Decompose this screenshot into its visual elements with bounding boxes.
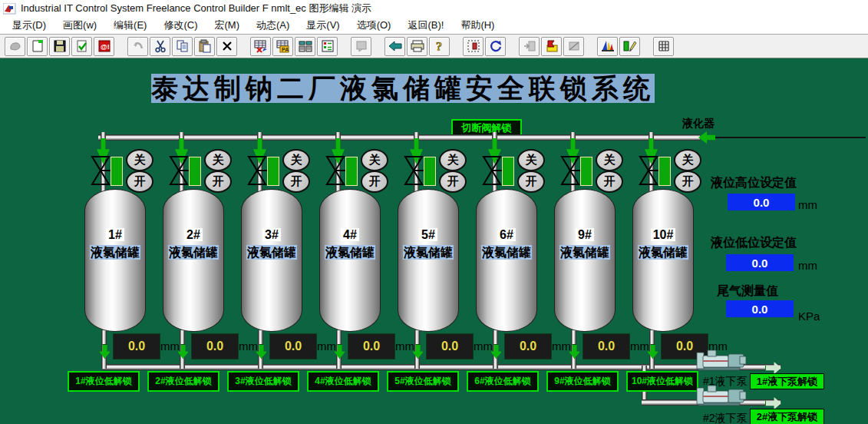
pump2-unlock-button[interactable]: 2#液下泵解锁 (750, 409, 824, 424)
level-unlock-row: 1#液位低解锁 2#液位低解锁 3#液位低解锁 4#液位低解锁 5#液位低解锁 … (68, 371, 698, 392)
tank-name-label: 液氯储罐 (477, 245, 536, 261)
level-high-setpoint-unit: mm (798, 198, 817, 211)
level-low-setpoint-unit: mm (798, 259, 817, 272)
menu-options[interactable]: 选项(O) (349, 17, 401, 34)
tank-name-label: 液氯储罐 (242, 245, 302, 261)
valve-state-indicator (580, 157, 592, 186)
rotate-icon[interactable] (485, 37, 506, 56)
valve-close-button[interactable]: 关 (674, 149, 701, 171)
tailgas-value[interactable]: 0.0 (726, 300, 794, 317)
undo-icon[interactable] (127, 37, 148, 56)
tank9-level-low-unlock-button[interactable]: 9#液位低解锁 (546, 371, 619, 392)
tank4-level-low-unlock-button[interactable]: 4#液位低解锁 (307, 371, 379, 392)
tank-id: 6# (477, 228, 536, 242)
tank-group-10: 关 开 10# 液氯储罐 0.0 mm (616, 132, 731, 386)
valve-state-indicator (267, 157, 279, 186)
cut-icon[interactable] (150, 37, 170, 56)
tank-vessel: 4# 液氯储罐 (319, 189, 381, 332)
table-export-icon[interactable] (250, 37, 271, 56)
level-low-setpoint-value[interactable]: 0.0 (726, 254, 794, 271)
tank6-level-low-unlock-button[interactable]: 6#液位低解锁 (467, 371, 539, 392)
tank-id: 9# (555, 228, 615, 242)
tailgas-value-label: 尾气测量值 (717, 283, 778, 300)
menu-draw[interactable]: 画图(w) (55, 17, 106, 34)
pump1-icon (695, 349, 752, 372)
back-icon[interactable] (384, 37, 405, 56)
tank-id: 10# (633, 228, 693, 242)
menu-view[interactable]: 显示(V) (299, 17, 348, 34)
comment-icon[interactable] (351, 37, 371, 56)
tank-id: 5# (398, 228, 458, 242)
svg-text:PA: PA (282, 47, 289, 52)
tank10-level-low-unlock-button[interactable]: 10#液位低解锁 (626, 371, 698, 392)
valve-state-indicator (502, 157, 514, 186)
tank2-level-low-unlock-button[interactable]: 2#液位低解锁 (147, 371, 219, 392)
menu-edit[interactable]: 编辑(E) (106, 17, 156, 34)
print-icon[interactable] (407, 37, 427, 56)
tank-vessel: 10# 液氯储罐 (632, 189, 694, 332)
menu-return[interactable]: 返回(B)! (400, 17, 453, 34)
liquefier-label: 液化器 (682, 117, 715, 131)
tank-vessel: 5# 液氯储罐 (398, 189, 459, 332)
tank-id: 4# (320, 228, 380, 242)
liquefier-line (715, 137, 866, 138)
tank-vessel: 9# 液氯储罐 (554, 189, 616, 332)
pump2-icon (695, 384, 752, 407)
valve-state-indicator (658, 157, 671, 186)
pointer-tool-icon[interactable] (5, 37, 25, 56)
level-high-setpoint-label: 液位高位设定值 (711, 175, 797, 191)
tank1-level-low-unlock-button[interactable]: 1#液位低解锁 (68, 371, 140, 392)
tank-id: 3# (242, 228, 302, 242)
tank-name-label: 液氯储罐 (398, 245, 458, 261)
copy-icon[interactable] (172, 37, 193, 56)
valve-state-indicator (189, 157, 201, 186)
grid-icon[interactable] (653, 37, 674, 56)
valve-state-indicator (111, 157, 123, 186)
tank-id: 2# (163, 228, 223, 242)
function-icon[interactable] (541, 37, 562, 56)
tank3-level-low-unlock-button[interactable]: 3#液位低解锁 (227, 371, 299, 392)
tailgas-unit: KPa (798, 310, 820, 323)
paste-icon[interactable] (194, 37, 215, 56)
tank-vessel: 6# 液氯储罐 (476, 189, 537, 332)
tank-name-label: 液氯储罐 (85, 245, 145, 261)
tank5-level-low-unlock-button[interactable]: 5#液位低解锁 (387, 371, 459, 392)
menu-help[interactable]: 帮助(H) (453, 17, 503, 34)
new-icon[interactable] (27, 37, 48, 56)
colors-icon[interactable] (597, 37, 618, 56)
tank-id: 1# (85, 228, 145, 242)
edit-dynamic-icon[interactable] (619, 37, 640, 56)
valve-open-button[interactable]: 开 (674, 171, 701, 193)
tank-name-label: 液氯储罐 (555, 245, 615, 261)
menu-dynamic[interactable]: 动态(A) (249, 17, 299, 34)
page-title: 泰达制钠二厂液氯储罐安全联锁系统 (151, 74, 655, 103)
toolbar: @! PA ? (0, 34, 868, 58)
svg-text:@!: @! (101, 43, 110, 51)
table-image-icon[interactable]: PA (272, 37, 293, 56)
tank-vessel: 1# 液氯储罐 (84, 189, 146, 332)
alarm-config-icon[interactable]: @! (94, 37, 114, 56)
save-icon[interactable] (49, 37, 70, 56)
select-object-icon[interactable] (463, 37, 484, 56)
tank-name-label: 液氯储罐 (633, 245, 693, 261)
pump2-label: #2液下泵 (703, 412, 748, 424)
svg-text:?: ? (436, 40, 442, 53)
tank-vessel: 2# 液氯储罐 (163, 189, 224, 332)
delete-icon[interactable] (216, 37, 237, 56)
menu-macro[interactable]: 宏(M) (206, 17, 249, 34)
help-icon[interactable]: ? (429, 37, 450, 56)
valve-state-indicator (424, 157, 436, 186)
checklist-icon[interactable] (317, 37, 338, 56)
menu-bar: 显示(D) 画图(w) 编辑(E) 修改(C) 宏(M) 动态(A) 显示(V)… (0, 17, 868, 34)
menu-modify[interactable]: 修改(C) (156, 17, 206, 34)
window-title: Industrial IT Control System Freelance C… (21, 2, 371, 15)
title-bar: Industrial IT Control System Freelance C… (0, 0, 868, 17)
menu-display-d[interactable]: 显示(D) (5, 17, 55, 34)
level-high-setpoint-value[interactable]: 0.0 (728, 194, 795, 210)
locked-icon[interactable] (563, 37, 584, 56)
stations-icon[interactable] (295, 37, 315, 56)
pump1-unlock-button[interactable]: 1#液下泵解锁 (750, 373, 824, 389)
app-logo-icon (3, 3, 16, 15)
insert-group-icon[interactable] (519, 37, 540, 56)
verify-icon[interactable] (71, 37, 92, 56)
